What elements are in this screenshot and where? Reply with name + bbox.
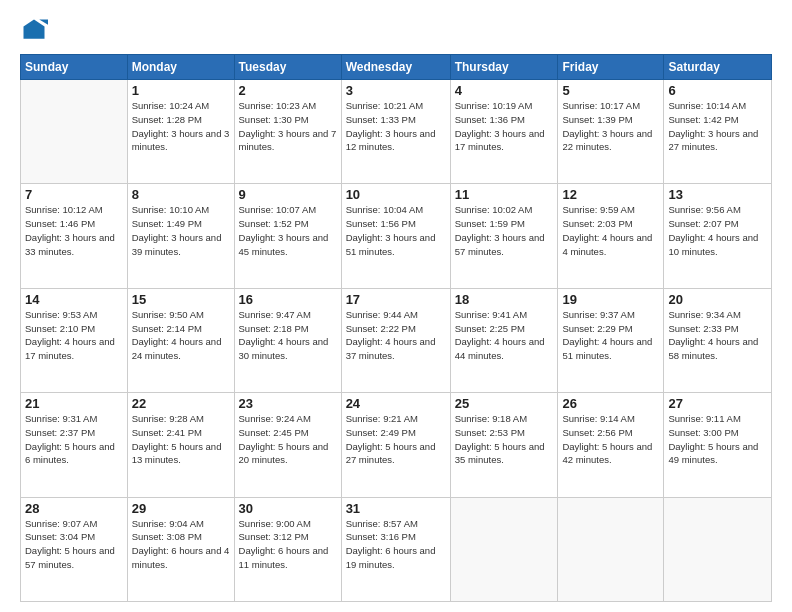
calendar-cell: 13Sunrise: 9:56 AMSunset: 2:07 PMDayligh… <box>664 184 772 288</box>
col-header-monday: Monday <box>127 55 234 80</box>
day-info: Sunrise: 10:19 AMSunset: 1:36 PMDaylight… <box>455 99 554 154</box>
calendar-cell: 15Sunrise: 9:50 AMSunset: 2:14 PMDayligh… <box>127 288 234 392</box>
calendar-week-row: 14Sunrise: 9:53 AMSunset: 2:10 PMDayligh… <box>21 288 772 392</box>
calendar-cell: 30Sunrise: 9:00 AMSunset: 3:12 PMDayligh… <box>234 497 341 601</box>
day-number: 25 <box>455 396 554 411</box>
calendar-cell: 24Sunrise: 9:21 AMSunset: 2:49 PMDayligh… <box>341 393 450 497</box>
calendar-cell: 6Sunrise: 10:14 AMSunset: 1:42 PMDayligh… <box>664 80 772 184</box>
calendar-table: SundayMondayTuesdayWednesdayThursdayFrid… <box>20 54 772 602</box>
day-number: 7 <box>25 187 123 202</box>
day-number: 23 <box>239 396 337 411</box>
day-info: Sunrise: 9:56 AMSunset: 2:07 PMDaylight:… <box>668 203 767 258</box>
calendar-cell: 25Sunrise: 9:18 AMSunset: 2:53 PMDayligh… <box>450 393 558 497</box>
day-number: 28 <box>25 501 123 516</box>
day-info: Sunrise: 10:17 AMSunset: 1:39 PMDaylight… <box>562 99 659 154</box>
calendar-cell: 9Sunrise: 10:07 AMSunset: 1:52 PMDayligh… <box>234 184 341 288</box>
day-info: Sunrise: 9:24 AMSunset: 2:45 PMDaylight:… <box>239 412 337 467</box>
day-info: Sunrise: 9:59 AMSunset: 2:03 PMDaylight:… <box>562 203 659 258</box>
calendar-cell: 18Sunrise: 9:41 AMSunset: 2:25 PMDayligh… <box>450 288 558 392</box>
day-info: Sunrise: 9:00 AMSunset: 3:12 PMDaylight:… <box>239 517 337 572</box>
day-number: 16 <box>239 292 337 307</box>
calendar-cell: 1Sunrise: 10:24 AMSunset: 1:28 PMDayligh… <box>127 80 234 184</box>
calendar-cell: 3Sunrise: 10:21 AMSunset: 1:33 PMDayligh… <box>341 80 450 184</box>
day-number: 4 <box>455 83 554 98</box>
calendar-cell: 19Sunrise: 9:37 AMSunset: 2:29 PMDayligh… <box>558 288 664 392</box>
day-info: Sunrise: 9:34 AMSunset: 2:33 PMDaylight:… <box>668 308 767 363</box>
calendar-cell: 21Sunrise: 9:31 AMSunset: 2:37 PMDayligh… <box>21 393 128 497</box>
day-number: 12 <box>562 187 659 202</box>
day-number: 18 <box>455 292 554 307</box>
day-number: 1 <box>132 83 230 98</box>
day-info: Sunrise: 10:10 AMSunset: 1:49 PMDaylight… <box>132 203 230 258</box>
calendar-cell: 28Sunrise: 9:07 AMSunset: 3:04 PMDayligh… <box>21 497 128 601</box>
day-number: 5 <box>562 83 659 98</box>
calendar-cell: 16Sunrise: 9:47 AMSunset: 2:18 PMDayligh… <box>234 288 341 392</box>
calendar-cell: 14Sunrise: 9:53 AMSunset: 2:10 PMDayligh… <box>21 288 128 392</box>
calendar-cell <box>450 497 558 601</box>
day-number: 31 <box>346 501 446 516</box>
day-number: 8 <box>132 187 230 202</box>
calendar-cell: 20Sunrise: 9:34 AMSunset: 2:33 PMDayligh… <box>664 288 772 392</box>
day-number: 9 <box>239 187 337 202</box>
day-info: Sunrise: 9:11 AMSunset: 3:00 PMDaylight:… <box>668 412 767 467</box>
calendar-cell: 26Sunrise: 9:14 AMSunset: 2:56 PMDayligh… <box>558 393 664 497</box>
day-number: 27 <box>668 396 767 411</box>
page: SundayMondayTuesdayWednesdayThursdayFrid… <box>0 0 792 612</box>
day-info: Sunrise: 10:07 AMSunset: 1:52 PMDaylight… <box>239 203 337 258</box>
day-number: 17 <box>346 292 446 307</box>
calendar-cell: 17Sunrise: 9:44 AMSunset: 2:22 PMDayligh… <box>341 288 450 392</box>
day-number: 11 <box>455 187 554 202</box>
calendar-cell: 23Sunrise: 9:24 AMSunset: 2:45 PMDayligh… <box>234 393 341 497</box>
day-info: Sunrise: 9:04 AMSunset: 3:08 PMDaylight:… <box>132 517 230 572</box>
day-number: 15 <box>132 292 230 307</box>
header <box>20 16 772 44</box>
day-number: 3 <box>346 83 446 98</box>
day-number: 21 <box>25 396 123 411</box>
calendar-week-row: 28Sunrise: 9:07 AMSunset: 3:04 PMDayligh… <box>21 497 772 601</box>
calendar-cell: 11Sunrise: 10:02 AMSunset: 1:59 PMDaylig… <box>450 184 558 288</box>
day-info: Sunrise: 9:07 AMSunset: 3:04 PMDaylight:… <box>25 517 123 572</box>
logo-icon <box>20 16 48 44</box>
day-info: Sunrise: 10:24 AMSunset: 1:28 PMDaylight… <box>132 99 230 154</box>
day-info: Sunrise: 9:37 AMSunset: 2:29 PMDaylight:… <box>562 308 659 363</box>
calendar-cell: 22Sunrise: 9:28 AMSunset: 2:41 PMDayligh… <box>127 393 234 497</box>
day-number: 22 <box>132 396 230 411</box>
col-header-wednesday: Wednesday <box>341 55 450 80</box>
day-number: 13 <box>668 187 767 202</box>
col-header-tuesday: Tuesday <box>234 55 341 80</box>
day-info: Sunrise: 9:18 AMSunset: 2:53 PMDaylight:… <box>455 412 554 467</box>
day-info: Sunrise: 9:50 AMSunset: 2:14 PMDaylight:… <box>132 308 230 363</box>
day-info: Sunrise: 9:44 AMSunset: 2:22 PMDaylight:… <box>346 308 446 363</box>
calendar-cell: 10Sunrise: 10:04 AMSunset: 1:56 PMDaylig… <box>341 184 450 288</box>
day-number: 30 <box>239 501 337 516</box>
day-number: 10 <box>346 187 446 202</box>
calendar-cell: 29Sunrise: 9:04 AMSunset: 3:08 PMDayligh… <box>127 497 234 601</box>
day-info: Sunrise: 9:31 AMSunset: 2:37 PMDaylight:… <box>25 412 123 467</box>
logo <box>20 16 52 44</box>
day-number: 14 <box>25 292 123 307</box>
day-number: 26 <box>562 396 659 411</box>
day-info: Sunrise: 10:21 AMSunset: 1:33 PMDaylight… <box>346 99 446 154</box>
calendar-cell <box>558 497 664 601</box>
day-info: Sunrise: 9:47 AMSunset: 2:18 PMDaylight:… <box>239 308 337 363</box>
day-info: Sunrise: 10:23 AMSunset: 1:30 PMDaylight… <box>239 99 337 154</box>
day-info: Sunrise: 10:12 AMSunset: 1:46 PMDaylight… <box>25 203 123 258</box>
day-number: 29 <box>132 501 230 516</box>
day-number: 6 <box>668 83 767 98</box>
calendar-cell: 8Sunrise: 10:10 AMSunset: 1:49 PMDayligh… <box>127 184 234 288</box>
day-info: Sunrise: 9:28 AMSunset: 2:41 PMDaylight:… <box>132 412 230 467</box>
col-header-saturday: Saturday <box>664 55 772 80</box>
day-number: 19 <box>562 292 659 307</box>
day-info: Sunrise: 8:57 AMSunset: 3:16 PMDaylight:… <box>346 517 446 572</box>
day-info: Sunrise: 10:02 AMSunset: 1:59 PMDaylight… <box>455 203 554 258</box>
svg-marker-0 <box>24 20 45 39</box>
day-number: 2 <box>239 83 337 98</box>
day-info: Sunrise: 9:53 AMSunset: 2:10 PMDaylight:… <box>25 308 123 363</box>
calendar-cell <box>21 80 128 184</box>
day-info: Sunrise: 9:14 AMSunset: 2:56 PMDaylight:… <box>562 412 659 467</box>
col-header-thursday: Thursday <box>450 55 558 80</box>
calendar-cell: 5Sunrise: 10:17 AMSunset: 1:39 PMDayligh… <box>558 80 664 184</box>
day-number: 24 <box>346 396 446 411</box>
calendar-cell: 2Sunrise: 10:23 AMSunset: 1:30 PMDayligh… <box>234 80 341 184</box>
day-info: Sunrise: 10:04 AMSunset: 1:56 PMDaylight… <box>346 203 446 258</box>
